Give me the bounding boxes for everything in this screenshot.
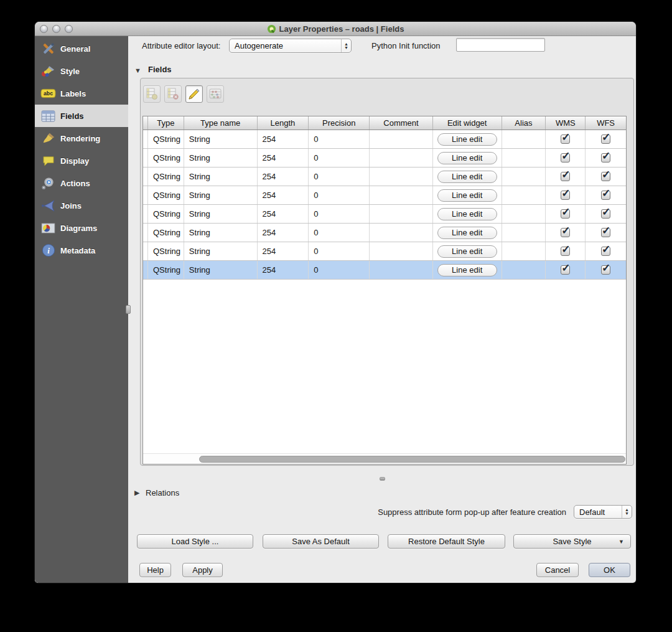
wms-checkbox[interactable] — [561, 134, 570, 144]
cell-comment[interactable] — [370, 167, 433, 186]
cell-type-name[interactable]: String — [184, 205, 258, 223]
cell-precision[interactable]: 0 — [309, 149, 370, 167]
sidebar-item-fields[interactable]: Fields — [35, 105, 128, 127]
wfs-checkbox[interactable] — [601, 228, 610, 237]
cell-type[interactable]: QString — [148, 205, 184, 223]
cell-precision[interactable]: 0 — [309, 224, 370, 242]
cell-alias[interactable] — [502, 261, 546, 279]
cell-type-name[interactable]: String — [184, 130, 258, 148]
cancel-button[interactable]: Cancel — [536, 563, 579, 577]
load-style-button[interactable]: Load Style ... — [137, 534, 253, 549]
cell-type[interactable]: QString — [148, 261, 184, 279]
cell-precision[interactable]: 0 — [309, 205, 370, 223]
cell-alias[interactable] — [502, 186, 546, 204]
wfs-checkbox[interactable] — [601, 172, 610, 181]
cell-type-name[interactable]: String — [184, 167, 258, 186]
sidebar-item-diagrams[interactable]: Diagrams — [35, 217, 128, 239]
cell-comment[interactable] — [370, 186, 433, 204]
header-cell-comment[interactable]: Comment — [370, 116, 433, 130]
sidebar-item-style[interactable]: Style — [35, 60, 128, 82]
wms-checkbox[interactable] — [561, 191, 570, 200]
edit-widget-button[interactable]: Line edit — [437, 189, 497, 202]
splitter-handle[interactable] — [126, 305, 131, 314]
cell-row-handle[interactable] — [143, 186, 148, 204]
cell-row-handle[interactable] — [143, 242, 148, 260]
cell-length[interactable]: 254 — [258, 205, 309, 223]
cell-type-name[interactable]: String — [184, 149, 258, 167]
cell-alias[interactable] — [502, 149, 546, 167]
cell-length[interactable]: 254 — [258, 224, 309, 242]
edit-widget-button[interactable]: Line edit — [437, 227, 497, 239]
header-cell-length[interactable]: Length — [258, 116, 309, 130]
splitter-grip[interactable] — [380, 477, 385, 481]
cell-type[interactable]: QString — [148, 149, 184, 167]
cell-length[interactable]: 254 — [258, 149, 309, 167]
sidebar-item-display[interactable]: Display — [35, 149, 128, 172]
wfs-checkbox[interactable] — [601, 265, 610, 275]
wms-checkbox[interactable] — [561, 247, 570, 256]
cell-row-handle[interactable] — [143, 167, 148, 186]
header-cell-type-name[interactable]: Type name — [184, 116, 258, 130]
header-cell-blank[interactable] — [143, 116, 148, 130]
toggle-editing-button[interactable] — [185, 85, 203, 103]
wfs-checkbox[interactable] — [601, 191, 610, 200]
cell-alias[interactable] — [502, 224, 546, 242]
attribute-editor-layout-select[interactable]: Autogenerate ▲▼ — [229, 39, 352, 53]
cell-comment[interactable] — [370, 130, 433, 148]
cell-comment[interactable] — [370, 205, 433, 223]
field-calculator-button[interactable] — [207, 85, 224, 103]
table-row[interactable]: QStringString2540Line edit — [143, 261, 626, 280]
table-row[interactable]: QStringString2540Line edit — [143, 130, 626, 149]
restore-default-style-button[interactable]: Restore Default Style — [388, 534, 505, 549]
cell-precision[interactable]: 0 — [309, 130, 370, 148]
cell-length[interactable]: 254 — [258, 167, 309, 186]
cell-row-handle[interactable] — [143, 261, 148, 279]
cell-row-handle[interactable] — [143, 224, 148, 242]
wfs-checkbox[interactable] — [601, 134, 610, 144]
wfs-checkbox[interactable] — [601, 153, 610, 163]
cell-alias[interactable] — [502, 205, 546, 223]
help-button[interactable]: Help — [139, 563, 171, 577]
cell-type[interactable]: QString — [148, 224, 184, 242]
save-as-default-button[interactable]: Save As Default — [263, 534, 379, 549]
table-row[interactable]: QStringString2540Line edit — [143, 205, 626, 224]
header-cell-edit-widget[interactable]: Edit widget — [433, 116, 502, 130]
wms-checkbox[interactable] — [561, 228, 570, 237]
cell-precision[interactable]: 0 — [309, 167, 370, 186]
cell-length[interactable]: 254 — [258, 261, 309, 279]
edit-widget-button[interactable]: Line edit — [437, 171, 497, 183]
cell-length[interactable]: 254 — [258, 242, 309, 260]
header-cell-wms[interactable]: WMS — [546, 116, 586, 130]
fields-disclosure-triangle-icon[interactable]: ▼ — [134, 67, 141, 74]
save-style-menu-button[interactable]: Save Style ▼ — [513, 534, 631, 549]
cell-comment[interactable] — [370, 149, 433, 167]
horizontal-scrollbar-thumb[interactable] — [199, 456, 625, 463]
sidebar-item-labels[interactable]: abc Labels — [35, 82, 128, 105]
header-cell-wfs[interactable]: WFS — [586, 116, 626, 130]
edit-widget-button[interactable]: Line edit — [437, 264, 497, 276]
cell-type-name[interactable]: String — [184, 224, 258, 242]
cell-row-handle[interactable] — [143, 205, 148, 223]
sidebar-item-actions[interactable]: Actions — [35, 172, 128, 194]
horizontal-scrollbar[interactable] — [143, 453, 626, 464]
cell-length[interactable]: 254 — [258, 130, 309, 148]
cell-type[interactable]: QString — [148, 167, 184, 186]
suppress-form-select[interactable]: Default ▲▼ — [574, 505, 632, 519]
wfs-checkbox[interactable] — [601, 247, 610, 256]
wms-checkbox[interactable] — [561, 265, 570, 275]
wms-checkbox[interactable] — [561, 209, 570, 219]
header-cell-precision[interactable]: Precision — [309, 116, 370, 130]
wms-checkbox[interactable] — [561, 172, 570, 181]
edit-widget-button[interactable]: Line edit — [437, 208, 497, 220]
table-row[interactable]: QStringString2540Line edit — [143, 167, 626, 186]
apply-button[interactable]: Apply — [182, 563, 223, 577]
edit-widget-button[interactable]: Line edit — [437, 133, 497, 146]
cell-comment[interactable] — [370, 224, 433, 242]
table-row[interactable]: QStringString2540Line edit — [143, 149, 626, 167]
cell-type-name[interactable]: String — [184, 261, 258, 279]
sidebar-item-joins[interactable]: Joins — [35, 194, 128, 217]
header-cell-type[interactable]: Type — [148, 116, 184, 130]
cell-row-handle[interactable] — [143, 149, 148, 167]
wms-checkbox[interactable] — [561, 153, 570, 163]
sidebar-item-general[interactable]: General — [35, 37, 128, 60]
